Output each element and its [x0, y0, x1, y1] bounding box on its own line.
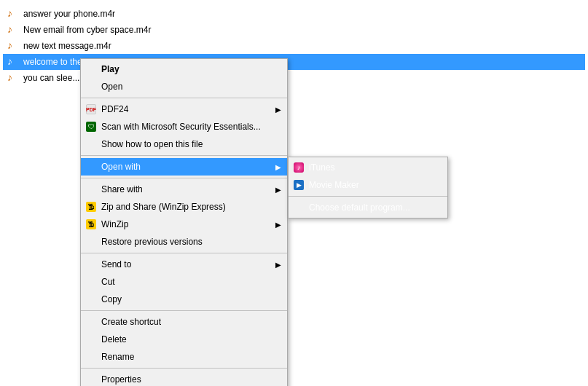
- separator-1: [81, 98, 287, 98]
- music-icon: ♪: [7, 24, 19, 36]
- menu-zip-share-label: Zip and Share (WinZip Express): [101, 202, 226, 212]
- menu-play-label: Play: [101, 64, 119, 74]
- submenu-open-with: ♪ iTunes ▶ Movie Maker Choose default pr…: [288, 157, 448, 218]
- menu-scan-label: Scan with Microsoft Security Essentials.…: [101, 122, 261, 132]
- arrow-icon: ▶: [275, 186, 281, 194]
- menu-pdf24-label: PDF24: [101, 104, 128, 114]
- menu-zip-share[interactable]: 🗜 Zip and Share (WinZip Express): [81, 198, 287, 216]
- menu-delete[interactable]: Delete: [81, 331, 287, 348]
- menu-properties[interactable]: Properties: [81, 371, 287, 386]
- music-icon: ♪: [7, 56, 19, 68]
- menu-winzip-label: WinZip: [101, 219, 128, 229]
- menu-restore-label: Restore previous versions: [101, 237, 203, 247]
- menu-scan[interactable]: 🛡 Scan with Microsoft Security Essential…: [81, 118, 287, 135]
- mse-icon: 🛡: [85, 121, 97, 133]
- music-icon: ♪: [7, 40, 19, 52]
- menu-open-with[interactable]: Open with ▶ ♪ iTunes ▶ Movie Maker Choos…: [81, 158, 287, 176]
- menu-properties-label: Properties: [101, 374, 141, 385]
- separator-5: [81, 310, 287, 311]
- file-item[interactable]: ♪ answer your phone.m4r: [3, 6, 585, 22]
- menu-create-shortcut-label: Create shortcut: [101, 317, 161, 327]
- menu-play[interactable]: Play: [81, 60, 287, 78]
- separator-3: [81, 178, 287, 178]
- menu-copy-label: Copy: [101, 294, 122, 304]
- menu-cut[interactable]: Cut: [81, 273, 287, 291]
- menu-send-to-label: Send to: [101, 259, 131, 269]
- file-item[interactable]: ♪ New email from cyber space.m4r: [3, 22, 585, 38]
- menu-copy[interactable]: Copy: [81, 291, 287, 308]
- arrow-icon: ▶: [275, 163, 281, 171]
- arrow-icon: ▶: [275, 261, 281, 269]
- menu-rename-label: Rename: [101, 352, 134, 362]
- arrow-icon: ▶: [275, 106, 281, 114]
- menu-cut-label: Cut: [101, 277, 115, 287]
- menu-winzip[interactable]: 🗜 WinZip ▶: [81, 216, 287, 233]
- separator-2: [81, 155, 287, 156]
- music-icon: ♪: [7, 8, 19, 20]
- file-item[interactable]: ♪ new text message.m4r: [3, 38, 585, 54]
- menu-create-shortcut[interactable]: Create shortcut: [81, 313, 287, 331]
- menu-delete-label: Delete: [101, 334, 127, 344]
- menu-open-label: Open: [101, 82, 122, 92]
- separator-6: [81, 368, 287, 369]
- menu-open-with-label: Open with: [101, 162, 141, 172]
- menu-open[interactable]: Open: [81, 78, 287, 95]
- submenu-itunes-label: iTunes: [309, 162, 335, 173]
- menu-show-how-label: Show how to open this file: [101, 139, 203, 149]
- submenu-choose-default-label: Choose default program...: [309, 202, 410, 213]
- winzip2-icon: 🗜: [85, 218, 97, 230]
- file-name: new text message.m4r: [23, 41, 111, 51]
- submenu-itunes[interactable]: ♪ iTunes: [289, 159, 447, 176]
- music-icon: ♪: [7, 72, 19, 84]
- file-name: you can slee...: [23, 73, 79, 83]
- menu-send-to[interactable]: Send to ▶: [81, 256, 287, 273]
- submenu-choose-default[interactable]: Choose default program...: [289, 199, 447, 216]
- separator-4: [81, 253, 287, 253]
- submenu-movie-maker[interactable]: ▶ Movie Maker: [289, 176, 447, 194]
- moviemaker-icon: ▶: [293, 179, 305, 191]
- submenu-movie-maker-label: Movie Maker: [309, 180, 359, 190]
- itunes-icon: ♪: [293, 162, 305, 173]
- menu-share-with-label: Share with: [101, 184, 143, 194]
- file-name: New email from cyber space.m4r: [23, 25, 151, 35]
- menu-pdf24[interactable]: PDF PDF24 ▶: [81, 101, 287, 118]
- winzip-icon: 🗜: [85, 201, 97, 213]
- file-name: answer your phone.m4r: [23, 9, 115, 19]
- menu-show-how[interactable]: Show how to open this file: [81, 135, 287, 153]
- menu-rename[interactable]: Rename: [81, 348, 287, 366]
- arrow-icon: ▶: [275, 221, 281, 229]
- menu-restore[interactable]: Restore previous versions: [81, 233, 287, 251]
- submenu-separator: [289, 196, 447, 197]
- pdf24-icon: PDF: [85, 103, 97, 115]
- menu-share-with[interactable]: Share with ▶: [81, 181, 287, 198]
- context-menu: Play Open PDF PDF24 ▶ 🛡 Scan with Micros…: [80, 58, 288, 386]
